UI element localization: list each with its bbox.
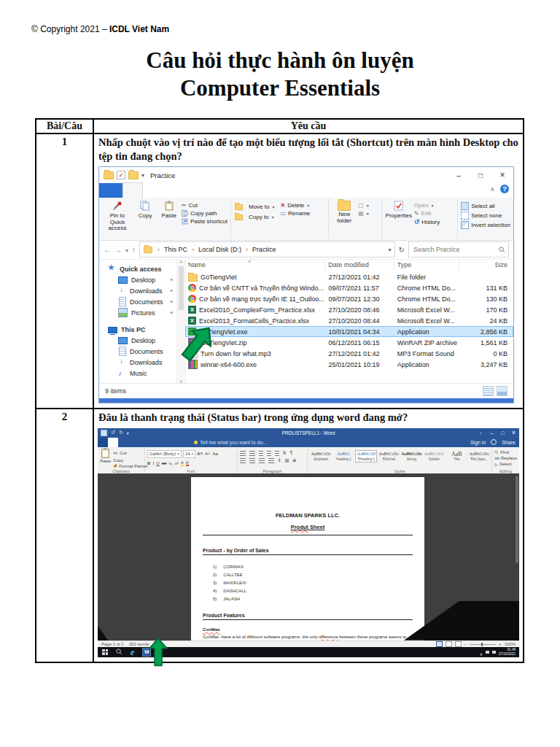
internet-explorer-icon[interactable]: e xyxy=(131,648,134,657)
help-icon[interactable] xyxy=(500,185,509,193)
start-button[interactable] xyxy=(102,649,108,655)
zoom-slider[interactable] xyxy=(470,644,496,645)
strikethrough-button[interactable]: ab xyxy=(162,461,167,465)
italic-button[interactable]: I xyxy=(152,461,154,465)
file-row[interactable]: GoTiengViet 27/12/2021 01:42 File folder xyxy=(185,271,513,282)
zoom-out-icon[interactable]: − xyxy=(464,642,467,646)
ribbon-tab[interactable] xyxy=(99,183,122,198)
word-taskbar-icon[interactable]: W xyxy=(142,648,151,657)
show-marks-icon[interactable]: ¶ xyxy=(290,450,293,455)
forward-icon[interactable] xyxy=(114,246,122,254)
breadcrumb-folder[interactable]: Practice xyxy=(241,246,276,253)
back-icon[interactable] xyxy=(104,246,111,254)
file-row[interactable]: Cơ bản về CNTT và Truyền thông Windo... … xyxy=(185,282,513,293)
font-color-button[interactable]: A xyxy=(186,460,189,466)
style-chip[interactable]: AaB Title xyxy=(446,450,467,462)
align-center-icon[interactable] xyxy=(249,458,255,459)
file-row[interactable]: Cơ bản về mạng trực tuyến IE 11_Outloo..… xyxy=(185,293,513,304)
format-painter-button[interactable]: Format Painter xyxy=(113,464,148,468)
file-row[interactable]: GoTiengViet.zip 06/12/2021 06:15 WinRAR … xyxy=(185,337,513,348)
page-indicator[interactable]: Page 1 of 1 xyxy=(101,642,124,646)
word-tab[interactable] xyxy=(139,438,149,447)
sidebar-item[interactable]: Downloads xyxy=(99,357,176,368)
select-all-button[interactable]: Select all xyxy=(461,202,510,210)
line-spacing-icon[interactable]: ⇕ xyxy=(278,457,281,462)
bold-button[interactable]: B xyxy=(147,461,150,465)
ribbon-tab[interactable] xyxy=(143,183,162,198)
highlight-button[interactable]: A xyxy=(181,460,184,466)
word-tab[interactable] xyxy=(118,438,128,447)
qat-dropdown-icon[interactable] xyxy=(141,171,144,179)
document-scrollbar[interactable] xyxy=(516,476,518,563)
shading-icon[interactable]: ▨ xyxy=(285,457,289,462)
recent-locations-icon[interactable] xyxy=(125,246,128,254)
sidebar-item[interactable]: Quick access xyxy=(99,263,176,274)
rename-button[interactable]: ▭Rename xyxy=(280,210,310,217)
tray-expand-icon[interactable] xyxy=(480,646,483,659)
sort-icon[interactable]: ⇅ xyxy=(283,450,287,455)
font-size-select[interactable]: 14 xyxy=(183,450,195,458)
minimize-ribbon-icon[interactable] xyxy=(490,185,494,193)
style-chip[interactable]: AaBbCcDc Subtitle xyxy=(423,450,445,462)
scroll-up-icon[interactable] xyxy=(177,259,185,264)
sidebar-item[interactable]: Documents xyxy=(99,346,176,357)
tell-me-box[interactable]: Tell me what you want to do... xyxy=(194,438,267,447)
new-folder-button[interactable]: New folder xyxy=(332,201,357,224)
word-tab[interactable] xyxy=(108,438,118,447)
network-icon[interactable] xyxy=(486,651,489,654)
sidebar-item[interactable]: This PC xyxy=(99,324,176,335)
cut-button[interactable]: Cut xyxy=(182,202,228,209)
easy-access-icon[interactable]: ▦ xyxy=(358,210,369,217)
sidebar-item[interactable]: Desktop xyxy=(99,274,176,285)
history-button[interactable]: History xyxy=(414,218,440,225)
breadcrumb[interactable]: This PC Local Disk (D:) Practice xyxy=(139,241,395,258)
increase-indent-icon[interactable] xyxy=(275,451,279,452)
close-button[interactable] xyxy=(491,167,513,183)
ribbon-display-icon[interactable] xyxy=(475,428,486,438)
large-icons-view-icon[interactable] xyxy=(497,386,508,396)
superscript-button[interactable]: x² xyxy=(175,461,179,465)
grow-font-icon[interactable]: A˄ xyxy=(197,452,203,456)
align-right-icon[interactable] xyxy=(259,458,265,459)
restore-button[interactable] xyxy=(497,428,508,438)
edit-button[interactable]: Edit xyxy=(414,210,440,217)
taskbar-search-icon[interactable] xyxy=(116,649,122,655)
file-row[interactable]: Turn down for what.mp3 27/12/2021 01:42 … xyxy=(185,348,513,359)
style-chip[interactable]: AaBbC Heading 1 xyxy=(332,450,354,462)
search-box[interactable] xyxy=(408,241,509,258)
sidebar-item[interactable]: Documents xyxy=(99,296,176,307)
refresh-icon[interactable] xyxy=(399,246,405,254)
file-row[interactable]: Excel2013_FormatCells_Practice.xlsx 27/1… xyxy=(185,315,513,326)
sidebar-item[interactable]: Pictures xyxy=(99,307,176,318)
style-chip[interactable]: AaBbCcDc ¶Normal xyxy=(378,450,400,462)
up-icon[interactable] xyxy=(132,246,136,254)
file-row[interactable]: Excel2010_ComplexForm_Practice.xlsx 27/1… xyxy=(185,304,513,315)
word-page[interactable]: FELDMAN SPARKS LLC. Produt Sheet Product… xyxy=(191,477,424,640)
word-tab[interactable] xyxy=(98,438,108,447)
column-header-date[interactable]: Date modified xyxy=(325,260,394,270)
open-button[interactable]: Open xyxy=(414,202,440,209)
style-chip[interactable]: AaBbCcDc Emphasis xyxy=(310,450,332,462)
font-name-select[interactable]: Calibri (Body) xyxy=(147,450,182,458)
cut-button[interactable]: Cut xyxy=(113,450,148,457)
decrease-indent-icon[interactable] xyxy=(267,451,271,452)
scrollbar-thumb[interactable] xyxy=(179,266,184,310)
sign-in-button[interactable]: Sign in xyxy=(470,440,486,445)
bullets-icon[interactable] xyxy=(240,451,246,452)
paste-shortcut-button[interactable]: Paste shortcut xyxy=(182,218,228,225)
search-input[interactable] xyxy=(412,245,499,254)
breadcrumb-this-pc[interactable]: This PC xyxy=(153,246,187,253)
style-chip[interactable]: AaBbCcD ¶Heading 1 xyxy=(355,450,377,462)
maximize-button[interactable] xyxy=(470,167,491,183)
change-case-icon[interactable]: Aa xyxy=(212,452,217,456)
sidebar-item[interactable]: Desktop xyxy=(99,335,176,346)
underline-button[interactable]: U xyxy=(156,461,159,465)
paste-button[interactable]: Paste xyxy=(158,201,179,220)
column-header-type[interactable]: Type xyxy=(394,260,459,270)
copy-button[interactable]: Copy xyxy=(134,201,156,220)
multilevel-list-icon[interactable] xyxy=(259,451,263,452)
paste-button[interactable]: Paste xyxy=(100,449,111,468)
select-none-button[interactable]: Select none xyxy=(461,212,510,220)
file-row[interactable]: winrar-x64-600.exe 25/01/2021 10:19 Appl… xyxy=(185,359,513,370)
column-header-size[interactable]: Size xyxy=(459,260,513,270)
